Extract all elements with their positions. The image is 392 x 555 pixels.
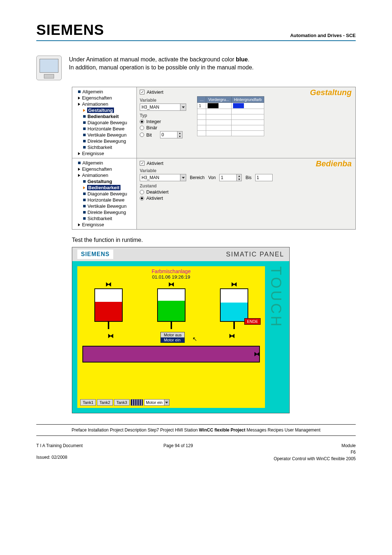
tank	[157, 288, 185, 322]
footer-module-code: F6	[274, 449, 356, 455]
tree-item[interactable]: Animationen	[72, 172, 136, 178]
valve-icon[interactable]	[227, 282, 241, 287]
chevron-down-icon[interactable]	[164, 400, 169, 405]
hmi-runtime: SIEMENS SIMATIC PANEL Farbmischanlage 01…	[72, 247, 290, 413]
motor-combo[interactable]: Motor ein	[144, 399, 170, 406]
prop-panel-b: Bedienba ✓Aktiviert Variable Bereich Von…	[137, 158, 355, 229]
tank3-button[interactable]: Tank3	[114, 399, 130, 406]
tank2-button[interactable]: Tank2	[97, 399, 113, 406]
variable-input[interactable]	[140, 174, 180, 181]
tree-item[interactable]: Sichtbarkeit	[72, 144, 136, 150]
hmi-top-bar: SIEMENS SIMATIC PANEL	[72, 247, 289, 261]
variable-input[interactable]	[140, 104, 180, 110]
row-value: 1	[199, 104, 201, 108]
table-row[interactable]: 1	[197, 103, 264, 109]
radio-label: Binär	[146, 125, 157, 130]
bis-spinner[interactable]	[255, 174, 273, 181]
radio-integer[interactable]	[140, 119, 144, 124]
bottom-button-row: Tank1 Tank2 Tank3 Motor ein	[80, 399, 170, 406]
monitor-icon	[36, 56, 62, 82]
tree-item-bedienbarkeit[interactable]: Bedienbarkeit	[72, 113, 136, 119]
tree-item[interactable]: Horizontale Bewe	[72, 197, 136, 203]
checkbox-aktiviert[interactable]: ✓	[140, 90, 144, 94]
tank-3	[220, 282, 248, 329]
prop-row-bedienbarkeit: Allgemein Eigenschaften Animationen Gest…	[72, 158, 355, 229]
tree-item[interactable]: Eigenschaften	[72, 95, 136, 101]
mixing-rail: ENDE Motor aus Motor ein ↖	[82, 346, 260, 362]
tree-item[interactable]: Direkte Bewegung	[72, 138, 136, 144]
tanks-row	[80, 282, 262, 329]
motor-popup[interactable]: Motor aus Motor ein	[160, 332, 185, 343]
typ-label: Typ	[140, 113, 186, 118]
checkbox-label: Aktiviert	[147, 89, 163, 95]
intro-line1c: .	[248, 56, 249, 62]
checkbox-aktiviert[interactable]: ✓	[140, 161, 144, 166]
variable-label: Variable	[140, 168, 352, 173]
footer-module: Module	[274, 442, 356, 449]
chevron-down-icon[interactable]	[180, 104, 186, 110]
tree-item-bedienbarkeit[interactable]: Bedienbarkeit	[72, 185, 136, 191]
siemens-logo: SIEMENS	[36, 22, 104, 38]
hmi-brand: SIEMENS	[77, 250, 113, 259]
bg-swatch[interactable]	[233, 103, 244, 108]
bis-input[interactable]	[256, 174, 272, 181]
hmi-title: Farbmischanlage	[80, 268, 262, 274]
footer-subtitle: Operator Control with WinCC flexible 200…	[274, 455, 356, 462]
radio-bit[interactable]	[140, 133, 144, 137]
variable-combo[interactable]	[140, 174, 186, 181]
intro-line2: In addition, manual operation is to be p…	[69, 64, 254, 72]
bit-input[interactable]	[160, 131, 177, 138]
radio-aktiviert[interactable]	[140, 196, 144, 200]
panel-title: Gestaltung	[310, 88, 352, 97]
hmi-screen: Farbmischanlage 01.01.06 19:26:19	[77, 266, 265, 408]
hmi-body: Farbmischanlage 01.01.06 19:26:19	[72, 261, 289, 413]
valve-icon[interactable]	[250, 352, 264, 357]
footer-nav-bold: WinCC flexible Project	[199, 428, 245, 433]
valve-icon[interactable]	[225, 333, 239, 339]
checkbox-label: Aktiviert	[147, 161, 163, 166]
valve-icon[interactable]	[164, 282, 179, 287]
tree-item[interactable]: Horizontale Bewe	[72, 126, 136, 132]
tree-item[interactable]: Direkte Bewegung	[72, 209, 136, 215]
tree-item[interactable]: Diagonale Bewegu	[72, 191, 136, 197]
bis-label: Bis	[245, 175, 252, 180]
tree-item[interactable]: Vertikale Bewegun	[72, 203, 136, 209]
tree-item-gestaltung[interactable]: Gestaltung	[72, 178, 136, 185]
motor-off-option[interactable]: Motor aus	[161, 332, 184, 337]
tank-1	[94, 282, 123, 329]
von-spinner[interactable]: ▲▼	[219, 174, 242, 181]
tree-item[interactable]: Ereignisse	[72, 222, 136, 228]
tree-item[interactable]: Vertikale Bewegun	[72, 132, 136, 138]
valve-icon[interactable]	[101, 282, 116, 287]
von-input[interactable]	[220, 174, 236, 181]
footer-separator	[36, 424, 356, 425]
radio-deaktiviert[interactable]	[140, 190, 144, 194]
prop-row-gestaltung: Allgemein Eigenschaften Animationen Gest…	[72, 87, 355, 158]
tree-item[interactable]: Sichtbarkeit	[72, 215, 136, 222]
fg-swatch[interactable]	[208, 103, 219, 108]
cursor-icon: ↖	[192, 336, 197, 343]
tree-item-gestaltung[interactable]: Gestaltung	[72, 107, 136, 113]
variable-combo[interactable]	[140, 104, 186, 111]
radio-label: Bit	[146, 132, 152, 138]
tree-item[interactable]: Eigenschaften	[72, 166, 136, 172]
tree-item[interactable]: Ereignisse	[72, 150, 136, 157]
tree-item[interactable]: Animationen	[72, 101, 136, 107]
bit-spinner[interactable]: ▲▼	[160, 131, 183, 138]
ende-button[interactable]: ENDE	[244, 318, 261, 325]
tree-item[interactable]: Allgemein	[72, 160, 136, 166]
col-background[interactable]: Hintergrundfarb	[232, 97, 264, 103]
radio-binaer[interactable]	[140, 126, 144, 130]
col-ellipsis[interactable]: …	[197, 97, 206, 103]
color-table: … Vordergru... Hintergrundfarb 1	[197, 96, 264, 136]
tank1-button[interactable]: Tank1	[80, 399, 96, 406]
col-foreground[interactable]: Vordergru...	[206, 97, 232, 103]
motor-combo-value: Motor ein	[144, 400, 164, 405]
valve-icon[interactable]	[103, 333, 118, 339]
motor-on-option[interactable]: Motor ein	[161, 337, 184, 343]
footer-issued: Issued: 02/2008	[36, 454, 83, 461]
tree-item[interactable]: Diagonale Bewegu	[72, 119, 136, 126]
tree-item[interactable]: Allgemein	[72, 89, 136, 95]
prop-panel-a: Gestaltung ✓Aktiviert Variable Typ Integ…	[137, 87, 355, 158]
chevron-down-icon[interactable]	[180, 174, 186, 181]
